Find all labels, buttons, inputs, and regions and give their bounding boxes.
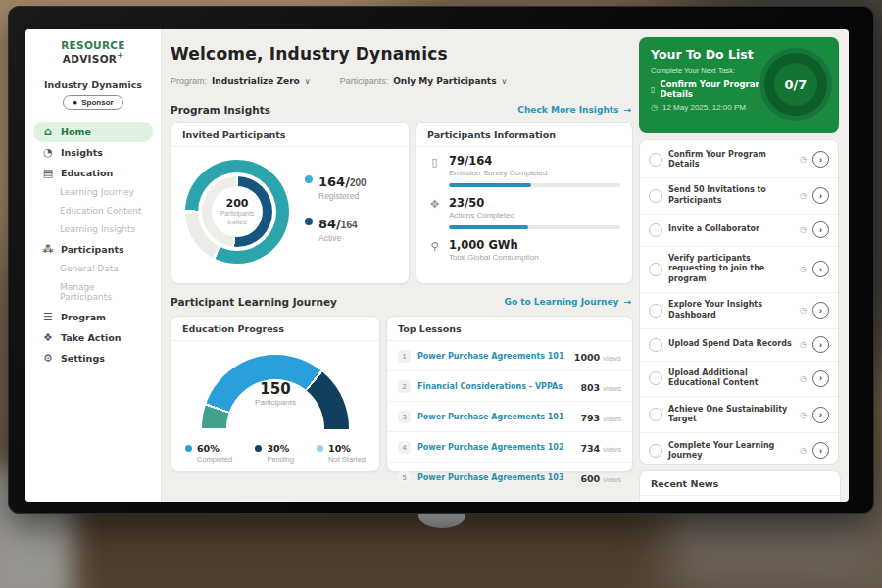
chevron-right-icon[interactable]: › — [812, 187, 829, 204]
sidebar-item[interactable]: ▤ Education — [33, 163, 153, 183]
task-row[interactable]: Verify participants requesting to join t… — [640, 247, 838, 293]
sidebar-item[interactable]: ⌂ Home — [33, 122, 153, 142]
task-label: Confirm Your Program Details — [668, 150, 794, 171]
task-label: Upload Additional Educational Content — [668, 368, 794, 389]
invited-participants-card: Invited Participants 200 Participants In… — [171, 122, 410, 284]
logo-secondary: ADVISOR — [63, 53, 118, 65]
progress-bar — [449, 183, 620, 187]
legend-item: 30% Pending — [255, 443, 294, 464]
sidebar-item[interactable]: General Data — [33, 260, 153, 278]
task-row[interactable]: Confirm Your Program Details ◷ › — [640, 142, 838, 178]
sidebar-item[interactable]: ❖ Take Action — [33, 327, 153, 348]
sidebar-item-label: Education — [61, 168, 113, 178]
lesson-link[interactable]: Financial Considerations - VPPAs — [417, 382, 573, 391]
info-row: ▯ 79/164 Emission Survey Completed — [416, 147, 632, 187]
chevron-right-icon[interactable]: › — [812, 442, 829, 459]
settings-icon: ⚙ — [42, 353, 54, 364]
sidebar-item[interactable]: ◔ Insights — [33, 142, 153, 163]
task-row[interactable]: Achieve One Sustainability Target ◷ › — [640, 397, 838, 433]
task-checkbox[interactable] — [649, 371, 662, 385]
program-filter[interactable]: Program: Industrialize Zero ∨ — [171, 76, 311, 86]
clipboard-icon: ▯ — [428, 156, 441, 177]
task-checkbox[interactable] — [649, 444, 662, 458]
task-checkbox[interactable] — [649, 338, 662, 352]
task-row[interactable]: Invite a Collaborator ◷ › — [640, 215, 838, 247]
legend-dot — [305, 218, 313, 225]
sponsor-badge[interactable]: ● Sponsor — [63, 95, 122, 110]
clock-icon: ◷ — [800, 191, 807, 200]
task-label: Send 50 Invitations to Participants — [668, 185, 794, 206]
sidebar-item[interactable]: ⚙ Settings — [33, 348, 153, 368]
donut-center-label: Participants Invited — [217, 210, 258, 226]
task-row[interactable]: Send 50 Invitations to Participants ◷ › — [640, 178, 838, 215]
sidebar-item[interactable]: Manage Participants — [33, 278, 153, 307]
task-checkbox[interactable] — [649, 304, 662, 318]
lesson-rank: 3 — [398, 411, 411, 423]
lesson-rank: 5 — [398, 471, 411, 484]
legend-dot — [317, 445, 323, 452]
lesson-link[interactable]: Power Purchase Agreements 101 — [417, 352, 567, 361]
insights-icon: ◔ — [42, 147, 54, 158]
learning-journey-title: Participant Learning Journey — [171, 296, 337, 308]
task-row[interactable]: Upload Spend Data Records ◷ › — [640, 329, 838, 362]
task-label: Verify participants requesting to join t… — [668, 254, 794, 284]
app-logo: RESOURCE ADVISOR+ — [25, 29, 161, 65]
go-to-learning-journey-link[interactable]: Go to Learning Journey → — [505, 297, 631, 307]
lesson-link[interactable]: Power Purchase Agreements 102 — [417, 443, 573, 452]
tasks-card: Confirm Your Program Details ◷ › Send 50… — [639, 139, 839, 465]
sidebar-item-label: Learning Insights — [60, 224, 135, 234]
todo-next-task: ▯ Confirm Your Program Details — [651, 79, 770, 99]
bulb-icon: ⚲ — [428, 240, 441, 262]
lesson-row: 1 Power Purchase Agreements 101 1000view… — [387, 341, 632, 371]
task-checkbox[interactable] — [649, 263, 662, 276]
logo-primary: RESOURCE — [61, 39, 125, 51]
logo-plus: + — [117, 51, 123, 60]
sponsor-label: Sponsor — [81, 98, 113, 107]
chevron-right-icon[interactable]: › — [812, 336, 829, 353]
chevron-right-icon[interactable]: › — [812, 302, 829, 318]
sidebar-item[interactable]: Education Content — [33, 202, 153, 220]
task-row[interactable]: Upload Additional Educational Content ◷ … — [640, 362, 838, 398]
participants-filter-label: Participants: — [340, 76, 389, 86]
education-icon: ▤ — [42, 168, 54, 178]
task-label: Invite a Collaborator — [668, 224, 794, 234]
program-filter-label: Program: — [171, 76, 207, 86]
task-row[interactable]: Complete Your Learning Journey ◷ › — [640, 433, 838, 469]
monitor-bezel: RESOURCE ADVISOR+ Industry Dynamics ● Sp… — [8, 6, 874, 514]
task-checkbox[interactable] — [649, 153, 662, 167]
education-progress-card: Education Progress 150 Participants 60% … — [171, 316, 380, 472]
chevron-right-icon[interactable]: › — [812, 221, 829, 238]
sidebar-item[interactable]: Learning Journey — [33, 183, 153, 202]
lesson-link[interactable]: Power Purchase Agreements 101 — [417, 413, 573, 421]
participants-filter-value: Only My Participants — [393, 76, 496, 86]
education-gauge-chart: 150 Participants — [172, 341, 379, 435]
lesson-link[interactable]: Power Purchase Agreements 103 — [417, 473, 573, 482]
home-icon: ⌂ — [42, 126, 54, 137]
tasks-list: Confirm Your Program Details ◷ › Send 50… — [640, 142, 838, 469]
chevron-right-icon[interactable]: › — [812, 261, 829, 277]
task-checkbox[interactable] — [649, 189, 662, 203]
recent-news-title: Recent News — [640, 471, 840, 496]
sidebar-item-label: Take Action — [61, 332, 122, 343]
chevron-right-icon[interactable]: › — [812, 151, 829, 168]
lesson-rank: 2 — [398, 380, 411, 393]
learning-journey-header: Participant Learning Journey Go to Learn… — [171, 296, 631, 308]
chevron-right-icon[interactable]: › — [812, 370, 829, 387]
check-more-insights-link[interactable]: Check More Insights → — [517, 105, 631, 115]
sidebar-item[interactable]: ⁂ Participants — [33, 239, 153, 260]
lesson-row: 2 Financial Considerations - VPPAs 803vi… — [387, 371, 632, 402]
sidebar-item[interactable]: ☰ Program — [33, 307, 153, 327]
participants-filter[interactable]: Participants: Only My Participants ∨ — [340, 76, 508, 86]
task-checkbox[interactable] — [649, 408, 662, 421]
hand-icon: ✥ — [428, 198, 441, 220]
org-name: Industry Dynamics — [25, 79, 161, 90]
program-insights-title: Program Insights — [171, 104, 270, 116]
chevron-down-icon: ∨ — [305, 77, 311, 86]
info-row: ⚲ 1,000 GWh Total Global Consumption — [416, 231, 632, 262]
chevron-right-icon[interactable]: › — [812, 407, 829, 423]
task-checkbox[interactable] — [649, 223, 662, 237]
task-row[interactable]: Explore Your Insights Dashboard ◷ › — [640, 293, 838, 329]
education-progress-title: Education Progress — [172, 317, 379, 341]
participants-information-card: Participants Information ▯ 79/164 Emissi… — [416, 122, 633, 284]
sidebar-item[interactable]: Learning Insights — [33, 220, 153, 239]
